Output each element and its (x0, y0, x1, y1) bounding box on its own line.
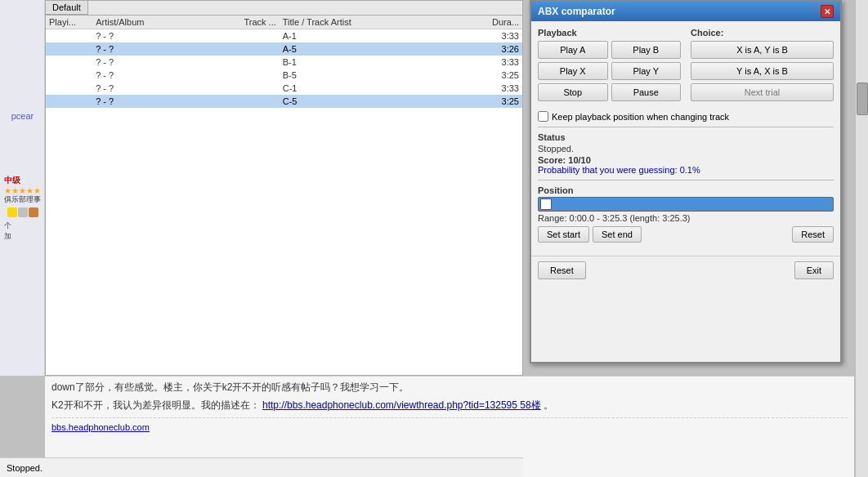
user-badges (4, 207, 41, 217)
reset-button[interactable]: Reset (538, 261, 586, 279)
table-row[interactable]: ? - ? B-5 3:25 (46, 69, 522, 82)
cell-playing (46, 56, 92, 69)
y-is-a-button[interactable]: Y is A, X is B (691, 62, 834, 80)
keep-position-label: Keep playback position when changing tra… (552, 112, 729, 122)
abx-dialog: ABX comparator ✕ Playback Play A Play B … (530, 0, 842, 363)
pause-button[interactable]: Pause (611, 83, 682, 101)
table-row[interactable]: ? - ? C-1 3:33 (46, 82, 522, 95)
abx-score: Score: 10/10 (538, 155, 834, 165)
scrollbar-thumb[interactable] (857, 82, 868, 115)
cell-track (204, 56, 279, 69)
cell-title: C-5 (280, 95, 467, 108)
abx-status-section: Status Stopped. Score: 10/10 Probability… (538, 132, 834, 175)
abx-probability: Probability that you were guessing: 0.1% (538, 165, 834, 175)
play-x-button[interactable]: Play X (538, 62, 608, 80)
cell-duration: 3:33 (466, 56, 522, 69)
cell-track (204, 82, 279, 95)
cell-playing (46, 69, 92, 82)
gold-badge (7, 207, 17, 217)
forum-text2-row: K2开和不开，我认为差异很明显。我的描述在： http://bbs.headph… (51, 398, 848, 412)
col-artist: Artist/Album (92, 16, 204, 29)
abx-progress-track[interactable] (538, 197, 834, 212)
abx-choice-ya-row: Y is A, X is B (691, 62, 834, 80)
abx-position-label: Position (538, 185, 834, 195)
forum-text1: down了部分，有些感觉。楼主，你关于k2开不开的听感有帖子吗？我想学习一下。 (51, 380, 848, 395)
col-track: Track ... (204, 16, 279, 29)
x-is-a-button[interactable]: X is A, Y is B (691, 41, 834, 59)
cell-title: B-1 (280, 56, 467, 69)
play-b-button[interactable]: Play B (611, 41, 682, 59)
abx-controls-section: Playback Play A Play B Play X Play Y Sto… (538, 28, 834, 105)
stop-button[interactable]: Stop (538, 83, 608, 101)
cell-track (204, 29, 279, 43)
abx-range-buttons: Set start Set end Reset (538, 226, 834, 243)
user-info: pcear 中级 ★★★★★ 俱乐部理事 个 加 (0, 106, 45, 243)
sidebar-section-label: pcear (10, 108, 36, 124)
forum-footer-link[interactable]: bbs.headphoneclub.com (51, 422, 150, 432)
sidebar: pcear 中级 ★★★★★ 俱乐部理事 个 加 (0, 0, 45, 376)
abx-playback-group: Playback Play A Play B Play X Play Y Sto… (538, 28, 681, 105)
status-bar: Stopped. (0, 457, 523, 477)
abx-progress-thumb[interactable] (540, 198, 552, 210)
abx-body: Playback Play A Play B Play X Play Y Sto… (531, 21, 840, 252)
cell-artist: ? - ? (92, 69, 204, 82)
abx-choice-xa-row: X is A, Y is B (691, 41, 834, 59)
cell-duration: 3:33 (466, 29, 522, 43)
cell-playing (46, 82, 92, 95)
abx-play-ab-row: Play A Play B (538, 41, 681, 59)
cell-playing (46, 42, 92, 56)
set-end-button[interactable]: Set end (593, 226, 642, 243)
col-playing: Playi... (46, 16, 92, 29)
abx-footer: Reset Exit (531, 256, 840, 284)
cell-title: A-1 (280, 29, 467, 43)
user-title: 俱乐部理事 (4, 195, 41, 204)
play-y-button[interactable]: Play Y (611, 62, 682, 80)
col-duration: Dura... (466, 16, 522, 29)
forum-link[interactable]: http://bbs.headphoneclub.com/viewthread.… (262, 399, 541, 411)
abx-status-heading: Status (538, 132, 834, 142)
abx-checkbox-row: Keep playback position when changing tra… (538, 111, 834, 122)
cell-duration: 3:25 (466, 95, 522, 108)
forum-footer: bbs.headphoneclub.com (51, 417, 848, 435)
cell-duration: 3:26 (466, 42, 522, 56)
forum-text3: 。 (544, 399, 553, 411)
playlist-tab-default[interactable]: Default (46, 1, 88, 15)
cell-artist: ? - ? (92, 95, 204, 108)
table-row[interactable]: ? - ? A-5 3:26 (46, 42, 522, 56)
playlist-table: Playi... Artist/Album Track ... Title / … (46, 16, 522, 108)
exit-button[interactable]: Exit (794, 261, 834, 279)
cell-playing (46, 95, 92, 108)
table-row[interactable]: ? - ? A-1 3:33 (46, 29, 522, 43)
abx-choice-group: Choice: X is A, Y is B Y is A, X is B Ne… (691, 28, 834, 105)
sidebar-small1: 个 (4, 221, 41, 231)
cell-artist: ? - ? (92, 82, 204, 95)
cell-duration: 3:33 (466, 82, 522, 95)
cell-playing (46, 29, 92, 43)
keep-position-checkbox[interactable] (538, 111, 548, 122)
abx-position-section: Position Range: 0:00.0 - 3:25.3 (length:… (538, 185, 834, 243)
abx-play-xy-row: Play X Play Y (538, 62, 681, 80)
silver-badge (18, 207, 28, 217)
abx-divider1 (538, 127, 834, 127)
cell-track (204, 69, 279, 82)
play-a-button[interactable]: Play A (538, 41, 608, 59)
abx-playback-label: Playback (538, 28, 681, 38)
next-trial-button[interactable]: Next trial (691, 83, 834, 101)
col-title: Title / Track Artist (280, 16, 467, 29)
abx-next-trial-row: Next trial (691, 83, 834, 101)
abx-title: ABX comparator (538, 6, 615, 17)
abx-close-button[interactable]: ✕ (821, 5, 834, 18)
table-row[interactable]: ? - ? B-1 3:33 (46, 56, 522, 69)
scrollbar[interactable] (855, 0, 868, 477)
abx-stop-pause-row: Stop Pause (538, 83, 681, 101)
status-bar-text: Stopped. (7, 463, 43, 473)
forum-content: down了部分，有些感觉。楼主，你关于k2开不开的听感有帖子吗？我想学习一下。 … (45, 377, 854, 438)
cell-track (204, 95, 279, 108)
set-start-button[interactable]: Set start (538, 226, 589, 243)
user-level-label: 中级 (4, 175, 41, 186)
cell-track (204, 42, 279, 56)
table-row[interactable]: ? - ? C-5 3:25 (46, 95, 522, 108)
reset-range-button[interactable]: Reset (792, 226, 834, 243)
cell-title: A-5 (280, 42, 467, 56)
user-stars: ★★★★★ (4, 186, 41, 195)
